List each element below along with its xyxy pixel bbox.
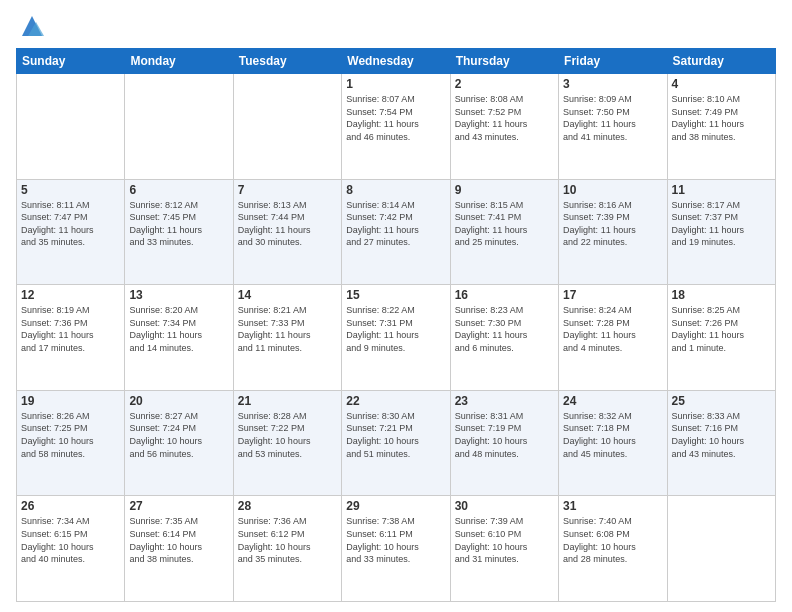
calendar-cell: 29Sunrise: 7:38 AM Sunset: 6:11 PM Dayli…: [342, 496, 450, 602]
page: SundayMondayTuesdayWednesdayThursdayFrid…: [0, 0, 792, 612]
calendar-week-row: 19Sunrise: 8:26 AM Sunset: 7:25 PM Dayli…: [17, 390, 776, 496]
calendar-cell: [667, 496, 775, 602]
calendar-cell: 30Sunrise: 7:39 AM Sunset: 6:10 PM Dayli…: [450, 496, 558, 602]
day-number: 9: [455, 183, 554, 197]
calendar-header-friday: Friday: [559, 49, 667, 74]
day-number: 11: [672, 183, 771, 197]
calendar-cell: 2Sunrise: 8:08 AM Sunset: 7:52 PM Daylig…: [450, 74, 558, 180]
calendar-cell: 14Sunrise: 8:21 AM Sunset: 7:33 PM Dayli…: [233, 285, 341, 391]
day-info: Sunrise: 8:14 AM Sunset: 7:42 PM Dayligh…: [346, 199, 445, 249]
calendar-header-saturday: Saturday: [667, 49, 775, 74]
calendar-header-row: SundayMondayTuesdayWednesdayThursdayFrid…: [17, 49, 776, 74]
calendar-header-monday: Monday: [125, 49, 233, 74]
calendar-cell: 7Sunrise: 8:13 AM Sunset: 7:44 PM Daylig…: [233, 179, 341, 285]
calendar-cell: 1Sunrise: 8:07 AM Sunset: 7:54 PM Daylig…: [342, 74, 450, 180]
calendar-cell: 5Sunrise: 8:11 AM Sunset: 7:47 PM Daylig…: [17, 179, 125, 285]
day-info: Sunrise: 8:30 AM Sunset: 7:21 PM Dayligh…: [346, 410, 445, 460]
day-info: Sunrise: 8:20 AM Sunset: 7:34 PM Dayligh…: [129, 304, 228, 354]
calendar-cell: 3Sunrise: 8:09 AM Sunset: 7:50 PM Daylig…: [559, 74, 667, 180]
day-info: Sunrise: 8:17 AM Sunset: 7:37 PM Dayligh…: [672, 199, 771, 249]
day-info: Sunrise: 8:26 AM Sunset: 7:25 PM Dayligh…: [21, 410, 120, 460]
day-number: 21: [238, 394, 337, 408]
calendar-week-row: 26Sunrise: 7:34 AM Sunset: 6:15 PM Dayli…: [17, 496, 776, 602]
day-info: Sunrise: 7:39 AM Sunset: 6:10 PM Dayligh…: [455, 515, 554, 565]
calendar-week-row: 12Sunrise: 8:19 AM Sunset: 7:36 PM Dayli…: [17, 285, 776, 391]
day-number: 2: [455, 77, 554, 91]
day-info: Sunrise: 7:35 AM Sunset: 6:14 PM Dayligh…: [129, 515, 228, 565]
day-number: 29: [346, 499, 445, 513]
day-info: Sunrise: 8:08 AM Sunset: 7:52 PM Dayligh…: [455, 93, 554, 143]
calendar-table: SundayMondayTuesdayWednesdayThursdayFrid…: [16, 48, 776, 602]
day-info: Sunrise: 8:25 AM Sunset: 7:26 PM Dayligh…: [672, 304, 771, 354]
day-number: 30: [455, 499, 554, 513]
calendar-header-wednesday: Wednesday: [342, 49, 450, 74]
day-number: 13: [129, 288, 228, 302]
day-info: Sunrise: 8:24 AM Sunset: 7:28 PM Dayligh…: [563, 304, 662, 354]
day-number: 3: [563, 77, 662, 91]
day-number: 4: [672, 77, 771, 91]
header: [16, 12, 776, 40]
calendar-cell: 22Sunrise: 8:30 AM Sunset: 7:21 PM Dayli…: [342, 390, 450, 496]
calendar-cell: 12Sunrise: 8:19 AM Sunset: 7:36 PM Dayli…: [17, 285, 125, 391]
day-info: Sunrise: 8:07 AM Sunset: 7:54 PM Dayligh…: [346, 93, 445, 143]
day-number: 1: [346, 77, 445, 91]
day-number: 19: [21, 394, 120, 408]
day-number: 12: [21, 288, 120, 302]
calendar-week-row: 1Sunrise: 8:07 AM Sunset: 7:54 PM Daylig…: [17, 74, 776, 180]
day-number: 14: [238, 288, 337, 302]
calendar-cell: 13Sunrise: 8:20 AM Sunset: 7:34 PM Dayli…: [125, 285, 233, 391]
calendar-header-sunday: Sunday: [17, 49, 125, 74]
calendar-cell: 25Sunrise: 8:33 AM Sunset: 7:16 PM Dayli…: [667, 390, 775, 496]
day-info: Sunrise: 8:23 AM Sunset: 7:30 PM Dayligh…: [455, 304, 554, 354]
day-info: Sunrise: 8:12 AM Sunset: 7:45 PM Dayligh…: [129, 199, 228, 249]
day-number: 27: [129, 499, 228, 513]
calendar-week-row: 5Sunrise: 8:11 AM Sunset: 7:47 PM Daylig…: [17, 179, 776, 285]
day-info: Sunrise: 8:13 AM Sunset: 7:44 PM Dayligh…: [238, 199, 337, 249]
day-info: Sunrise: 8:27 AM Sunset: 7:24 PM Dayligh…: [129, 410, 228, 460]
day-number: 10: [563, 183, 662, 197]
calendar-cell: 31Sunrise: 7:40 AM Sunset: 6:08 PM Dayli…: [559, 496, 667, 602]
day-info: Sunrise: 8:11 AM Sunset: 7:47 PM Dayligh…: [21, 199, 120, 249]
calendar-cell: 18Sunrise: 8:25 AM Sunset: 7:26 PM Dayli…: [667, 285, 775, 391]
calendar-cell: 16Sunrise: 8:23 AM Sunset: 7:30 PM Dayli…: [450, 285, 558, 391]
calendar-header-tuesday: Tuesday: [233, 49, 341, 74]
day-number: 26: [21, 499, 120, 513]
calendar-cell: 11Sunrise: 8:17 AM Sunset: 7:37 PM Dayli…: [667, 179, 775, 285]
calendar-cell: [17, 74, 125, 180]
calendar-cell: 4Sunrise: 8:10 AM Sunset: 7:49 PM Daylig…: [667, 74, 775, 180]
day-number: 5: [21, 183, 120, 197]
day-number: 31: [563, 499, 662, 513]
day-info: Sunrise: 8:10 AM Sunset: 7:49 PM Dayligh…: [672, 93, 771, 143]
calendar-cell: 15Sunrise: 8:22 AM Sunset: 7:31 PM Dayli…: [342, 285, 450, 391]
calendar-cell: 23Sunrise: 8:31 AM Sunset: 7:19 PM Dayli…: [450, 390, 558, 496]
day-info: Sunrise: 7:34 AM Sunset: 6:15 PM Dayligh…: [21, 515, 120, 565]
day-info: Sunrise: 8:15 AM Sunset: 7:41 PM Dayligh…: [455, 199, 554, 249]
day-info: Sunrise: 8:33 AM Sunset: 7:16 PM Dayligh…: [672, 410, 771, 460]
logo: [16, 12, 46, 40]
day-info: Sunrise: 7:40 AM Sunset: 6:08 PM Dayligh…: [563, 515, 662, 565]
day-info: Sunrise: 7:38 AM Sunset: 6:11 PM Dayligh…: [346, 515, 445, 565]
day-number: 22: [346, 394, 445, 408]
calendar-cell: 19Sunrise: 8:26 AM Sunset: 7:25 PM Dayli…: [17, 390, 125, 496]
calendar-cell: 21Sunrise: 8:28 AM Sunset: 7:22 PM Dayli…: [233, 390, 341, 496]
day-info: Sunrise: 8:28 AM Sunset: 7:22 PM Dayligh…: [238, 410, 337, 460]
day-number: 17: [563, 288, 662, 302]
calendar-cell: 6Sunrise: 8:12 AM Sunset: 7:45 PM Daylig…: [125, 179, 233, 285]
calendar-cell: 8Sunrise: 8:14 AM Sunset: 7:42 PM Daylig…: [342, 179, 450, 285]
day-number: 6: [129, 183, 228, 197]
calendar-header-thursday: Thursday: [450, 49, 558, 74]
calendar-cell: 24Sunrise: 8:32 AM Sunset: 7:18 PM Dayli…: [559, 390, 667, 496]
day-info: Sunrise: 8:09 AM Sunset: 7:50 PM Dayligh…: [563, 93, 662, 143]
day-info: Sunrise: 8:16 AM Sunset: 7:39 PM Dayligh…: [563, 199, 662, 249]
day-info: Sunrise: 7:36 AM Sunset: 6:12 PM Dayligh…: [238, 515, 337, 565]
day-number: 20: [129, 394, 228, 408]
day-info: Sunrise: 8:19 AM Sunset: 7:36 PM Dayligh…: [21, 304, 120, 354]
day-info: Sunrise: 8:21 AM Sunset: 7:33 PM Dayligh…: [238, 304, 337, 354]
calendar-cell: 26Sunrise: 7:34 AM Sunset: 6:15 PM Dayli…: [17, 496, 125, 602]
logo-icon: [18, 12, 46, 40]
day-number: 24: [563, 394, 662, 408]
day-number: 25: [672, 394, 771, 408]
calendar-cell: 10Sunrise: 8:16 AM Sunset: 7:39 PM Dayli…: [559, 179, 667, 285]
day-number: 15: [346, 288, 445, 302]
day-number: 23: [455, 394, 554, 408]
